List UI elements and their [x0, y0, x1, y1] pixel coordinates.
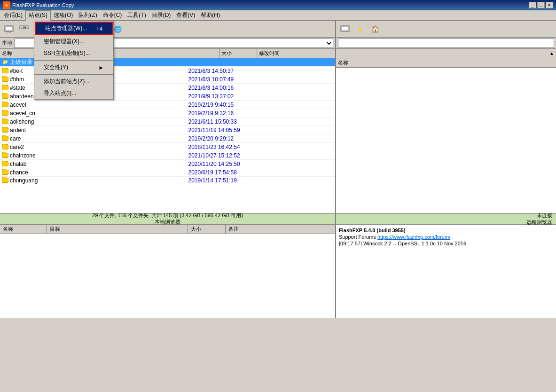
queue-panel: 名称 目标 大小 备注 [0, 225, 336, 318]
dropdown-sep-2 [34, 74, 113, 75]
remote-status: 未连接 远程浏览器 [336, 212, 556, 226]
connect-local-button[interactable] [2, 22, 16, 36]
menu-directory[interactable]: 目录(D) [149, 10, 174, 21]
site-dropdown-menu: 站点管理器(W)... F4 密钥管理器(X)... SSH主机密钥(S)...… [34, 21, 114, 100]
dropdown-security[interactable]: 安全性(Y) ► [34, 62, 113, 73]
title-text: FlashFXP Evaluation Copy [12, 2, 74, 8]
local-label: 本地 [2, 39, 12, 47]
svg-rect-10 [342, 27, 348, 31]
col-header-date[interactable]: 修改时间 [257, 49, 328, 58]
folder-icon [2, 136, 8, 141]
queue-col-name: 名称 [0, 225, 47, 234]
maximize-button[interactable]: □ [537, 2, 545, 8]
menu-help[interactable]: 帮助(H) [198, 10, 223, 21]
menu-session[interactable]: 会话(E) [1, 10, 25, 21]
table-row[interactable]: ardent 2021/11/19 14:05:59 [0, 126, 335, 134]
dropdown-add-current-site[interactable]: 添加当前站点(Z)... [34, 76, 113, 87]
title-controls: _ □ ✕ [529, 2, 553, 8]
folder-icon [2, 110, 8, 116]
folder-icon [2, 119, 8, 124]
local-status-line2: 本地浏览器 [155, 219, 180, 225]
svg-rect-3 [20, 26, 23, 29]
table-row[interactable]: acevel 2019/2/19 9:40:15 [0, 101, 335, 109]
folder-icon [2, 102, 8, 107]
menu-site[interactable]: 站点(S) [25, 10, 51, 21]
local-status-line1: 29 个文件, 116 个文件夹. 共计 145 项 (3.42 GB / 59… [92, 212, 243, 219]
folder-icon [2, 127, 8, 133]
svg-rect-2 [7, 31, 11, 32]
table-row[interactable]: chance 2020/6/19 17:54:58 [0, 168, 335, 177]
right-bookmark-button[interactable]: ★ [353, 22, 367, 36]
minimize-button[interactable]: _ [529, 2, 536, 8]
folder-icon [2, 77, 8, 82]
folder-icon [2, 94, 8, 99]
app-icon: F [3, 1, 10, 9]
log-line-support: Support Forums https://www.flashfxp.com/… [339, 234, 553, 240]
status-bar: 29 个文件, 116 个文件夹. 共计 145 项 (3.42 GB / 59… [0, 213, 556, 224]
menu-queue[interactable]: 队列(Z) [76, 10, 100, 21]
menu-bar: 会话(E) 站点(S) 选项(O) 队列(Z) 命令(C) 工具(T) 目录(D… [0, 10, 556, 21]
dropdown-ssh-host-keys[interactable]: SSH主机密钥(S)... [34, 47, 113, 59]
queue-list [0, 234, 335, 318]
queue-col-size: 大小 [188, 225, 226, 234]
folder-icon [2, 170, 8, 175]
svg-rect-1 [6, 27, 12, 31]
remote-col-header-name[interactable]: 名称 [336, 58, 556, 67]
menu-options[interactable]: 选项(O) [51, 10, 76, 21]
title-bar: F FlashFXP Evaluation Copy _ □ ✕ [0, 0, 556, 10]
local-status: 29 个文件, 116 个文件夹. 共计 145 项 (3.42 GB / 59… [0, 214, 336, 224]
remote-path-input[interactable] [338, 39, 554, 48]
table-row[interactable]: care 2019/2/20 9:29:12 [0, 134, 335, 143]
col-header-size[interactable]: 大小 [219, 49, 257, 58]
dropdown-key-manager[interactable]: 密钥管理器(X)... [34, 36, 113, 47]
table-row[interactable]: acevel_cn 2019/2/19 9:32:16 [0, 109, 335, 118]
support-link[interactable]: https://www.flashfxp.com/forum/ [377, 234, 450, 240]
queue-col-target: 目标 [47, 225, 188, 234]
table-row[interactable]: aolisheng 2021/6/11 15:50:33 [0, 118, 335, 126]
menu-command[interactable]: 命令(C) [100, 10, 125, 21]
close-button[interactable]: ✕ [546, 2, 553, 8]
table-row[interactable]: care2 2018/11/23 16:42:54 [0, 143, 335, 151]
remote-status-line1: 未连接 [537, 212, 552, 219]
folder-icon [2, 68, 8, 73]
remote-file-list [336, 68, 556, 213]
menu-view[interactable]: 查看(V) [173, 10, 198, 21]
folder-icon [2, 161, 8, 166]
table-row[interactable]: chalab 2020/11/20 14:25:50 [0, 160, 335, 168]
dropdown-site-manager[interactable]: 站点管理器(W)... F4 [35, 22, 113, 35]
folder-icon [2, 178, 8, 183]
collapse-arrow[interactable]: ▲ [549, 51, 554, 56]
right-home-button[interactable]: 🏠 [368, 22, 382, 36]
dropdown-sep-1 [34, 60, 113, 61]
right-connect-button[interactable] [338, 22, 352, 36]
table-row[interactable]: chunguang 2019/1/14 17:51:19 [0, 177, 335, 184]
log-panel: FlashFXP 5.4.0 (build 3955) Support Foru… [336, 225, 556, 318]
queue-col-note: 备注 [226, 225, 335, 234]
dropdown-import-site[interactable]: 导入站点(I)... [34, 87, 113, 99]
table-row[interactable]: chainzone 2021/10/27 15:12:52 [0, 151, 335, 160]
connect-remote-button[interactable] [17, 22, 31, 36]
folder-icon [2, 144, 8, 149]
menu-tools[interactable]: 工具(T) [125, 10, 149, 21]
log-line-title: FlashFXP 5.4.0 (build 3955) [339, 227, 553, 233]
folder-icon [2, 153, 8, 158]
remote-file-panel: ▲ 名称 [336, 49, 556, 213]
up-folder-icon: 📁 [2, 59, 8, 66]
log-line-winsock: [09:17:57] Winsock 2.2 -- OpenSSL 1.1.0c… [339, 241, 553, 246]
folder-icon [2, 85, 8, 90]
